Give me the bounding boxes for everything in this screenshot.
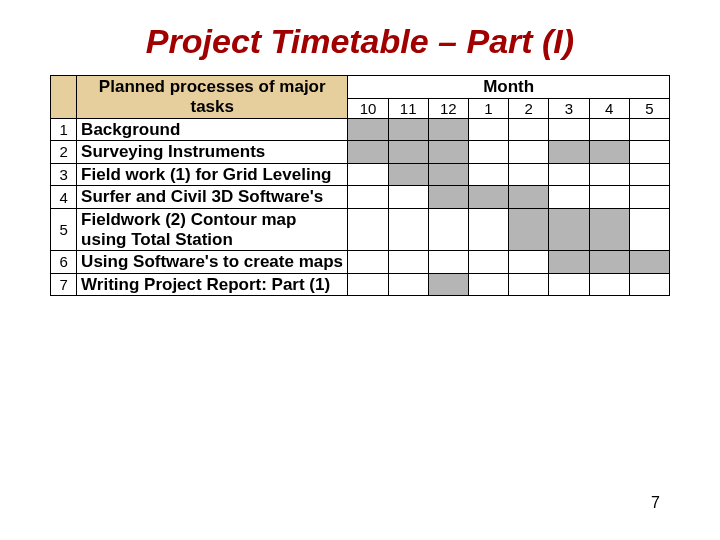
table-row: 4Surfer and Civil 3D Software's bbox=[51, 186, 670, 209]
gantt-cell bbox=[428, 118, 468, 141]
gantt-cell bbox=[468, 163, 508, 186]
timetable-container: Planned processes of major tasks Month 1… bbox=[0, 75, 720, 296]
gantt-cell bbox=[388, 163, 428, 186]
gantt-cell bbox=[468, 251, 508, 274]
gantt-cell bbox=[428, 186, 468, 209]
gantt-cell bbox=[388, 251, 428, 274]
gantt-cell bbox=[348, 251, 388, 274]
gantt-cell bbox=[428, 251, 468, 274]
row-index: 4 bbox=[51, 186, 77, 209]
month-label: 11 bbox=[388, 98, 428, 118]
gantt-cell bbox=[388, 141, 428, 164]
gantt-cell bbox=[629, 273, 669, 296]
month-header: Month bbox=[348, 76, 670, 99]
gantt-cell bbox=[509, 118, 549, 141]
gantt-cell bbox=[629, 163, 669, 186]
gantt-cell bbox=[428, 141, 468, 164]
gantt-cell bbox=[348, 163, 388, 186]
gantt-cell bbox=[589, 251, 629, 274]
gantt-cell bbox=[629, 118, 669, 141]
task-cell: Using Software's to create maps bbox=[77, 251, 348, 274]
gantt-cell bbox=[629, 208, 669, 250]
gantt-cell bbox=[388, 118, 428, 141]
gantt-cell bbox=[388, 208, 428, 250]
table-row: 6Using Software's to create maps bbox=[51, 251, 670, 274]
month-label: 10 bbox=[348, 98, 388, 118]
gantt-cell bbox=[509, 163, 549, 186]
month-label: 5 bbox=[629, 98, 669, 118]
month-label: 12 bbox=[428, 98, 468, 118]
gantt-cell bbox=[549, 141, 589, 164]
slide: Project Timetable – Part (I) Planned pro… bbox=[0, 0, 720, 540]
gantt-cell bbox=[549, 186, 589, 209]
table-row: 1Background bbox=[51, 118, 670, 141]
table-row: 7Writing Project Report: Part (1) bbox=[51, 273, 670, 296]
month-label: 4 bbox=[589, 98, 629, 118]
gantt-cell bbox=[348, 118, 388, 141]
gantt-cell bbox=[509, 141, 549, 164]
gantt-cell bbox=[549, 118, 589, 141]
task-cell: Fieldwork (2) Contour map using Total St… bbox=[77, 208, 348, 250]
page-number: 7 bbox=[651, 494, 660, 512]
gantt-cell bbox=[509, 208, 549, 250]
gantt-cell bbox=[428, 273, 468, 296]
gantt-cell bbox=[348, 208, 388, 250]
gantt-cell bbox=[428, 163, 468, 186]
gantt-cell bbox=[428, 208, 468, 250]
gantt-cell bbox=[468, 141, 508, 164]
gantt-cell bbox=[468, 273, 508, 296]
gantt-cell bbox=[629, 186, 669, 209]
row-index: 1 bbox=[51, 118, 77, 141]
table-row: 5Fieldwork (2) Contour map using Total S… bbox=[51, 208, 670, 250]
gantt-cell bbox=[509, 273, 549, 296]
task-cell: Background bbox=[77, 118, 348, 141]
gantt-cell bbox=[549, 163, 589, 186]
task-cell: Field work (1) for Grid Leveling bbox=[77, 163, 348, 186]
gantt-cell bbox=[629, 141, 669, 164]
gantt-cell bbox=[549, 273, 589, 296]
task-cell: Writing Project Report: Part (1) bbox=[77, 273, 348, 296]
month-label: 1 bbox=[468, 98, 508, 118]
gantt-cell bbox=[388, 186, 428, 209]
gantt-cell bbox=[589, 118, 629, 141]
gantt-cell bbox=[388, 273, 428, 296]
gantt-cell bbox=[589, 186, 629, 209]
gantt-cell bbox=[468, 208, 508, 250]
header-row-1: Planned processes of major tasks Month bbox=[51, 76, 670, 99]
timetable: Planned processes of major tasks Month 1… bbox=[50, 75, 670, 296]
gantt-cell bbox=[629, 251, 669, 274]
page-title: Project Timetable – Part (I) bbox=[0, 0, 720, 75]
tasks-header: Planned processes of major tasks bbox=[77, 76, 348, 119]
gantt-cell bbox=[589, 273, 629, 296]
gantt-cell bbox=[549, 251, 589, 274]
gantt-cell bbox=[589, 208, 629, 250]
row-index: 6 bbox=[51, 251, 77, 274]
corner-cell bbox=[51, 76, 77, 119]
row-index: 7 bbox=[51, 273, 77, 296]
gantt-cell bbox=[589, 163, 629, 186]
table-row: 2Surveying Instruments bbox=[51, 141, 670, 164]
month-label: 3 bbox=[549, 98, 589, 118]
gantt-cell bbox=[348, 273, 388, 296]
table-row: 3Field work (1) for Grid Leveling bbox=[51, 163, 670, 186]
gantt-cell bbox=[589, 141, 629, 164]
row-index: 3 bbox=[51, 163, 77, 186]
gantt-cell bbox=[468, 186, 508, 209]
gantt-cell bbox=[509, 251, 549, 274]
gantt-cell bbox=[348, 186, 388, 209]
row-index: 5 bbox=[51, 208, 77, 250]
month-label: 2 bbox=[509, 98, 549, 118]
gantt-cell bbox=[509, 186, 549, 209]
task-cell: Surveying Instruments bbox=[77, 141, 348, 164]
gantt-cell bbox=[468, 118, 508, 141]
row-index: 2 bbox=[51, 141, 77, 164]
task-cell: Surfer and Civil 3D Software's bbox=[77, 186, 348, 209]
gantt-cell bbox=[348, 141, 388, 164]
gantt-cell bbox=[549, 208, 589, 250]
